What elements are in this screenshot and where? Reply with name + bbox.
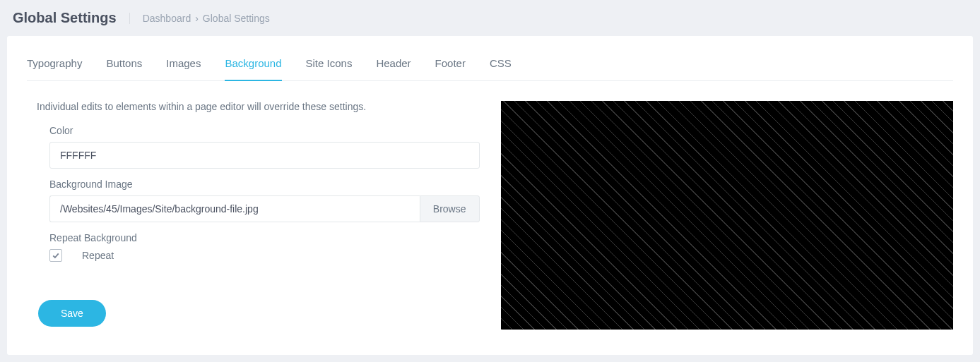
tab-css[interactable]: CSS bbox=[490, 53, 512, 80]
breadcrumb-separator-icon: › bbox=[195, 13, 199, 24]
tab-buttons[interactable]: Buttons bbox=[106, 53, 142, 80]
settings-panel: Typography Buttons Images Background Sit… bbox=[7, 36, 973, 355]
tab-typography[interactable]: Typography bbox=[27, 53, 82, 80]
tab-images[interactable]: Images bbox=[166, 53, 201, 80]
bgimage-input-group: Browse bbox=[49, 195, 480, 222]
breadcrumb: Dashboard › Global Settings bbox=[129, 13, 270, 24]
save-button[interactable]: Save bbox=[38, 300, 106, 327]
form-column: Individual edits to elements within a pa… bbox=[27, 101, 480, 330]
repeat-section-label: Repeat Background bbox=[49, 232, 480, 243]
tab-background[interactable]: Background bbox=[225, 53, 281, 80]
breadcrumb-current: Global Settings bbox=[203, 13, 270, 24]
browse-button[interactable]: Browse bbox=[420, 195, 480, 222]
tab-content: Individual edits to elements within a pa… bbox=[27, 81, 953, 330]
tabs: Typography Buttons Images Background Sit… bbox=[27, 53, 953, 81]
bgimage-input[interactable] bbox=[49, 195, 420, 222]
repeat-checkbox[interactable] bbox=[49, 249, 62, 262]
page-title: Global Settings bbox=[13, 10, 129, 26]
tab-header[interactable]: Header bbox=[376, 53, 411, 80]
color-label: Color bbox=[49, 125, 480, 136]
bgimage-group: Background Image Browse bbox=[49, 179, 480, 222]
color-input[interactable] bbox=[49, 142, 480, 169]
override-note: Individual edits to elements within a pa… bbox=[27, 101, 480, 112]
repeat-checkbox-label: Repeat bbox=[82, 250, 114, 261]
breadcrumb-root[interactable]: Dashboard bbox=[143, 13, 191, 24]
repeat-group: Repeat Background Repeat bbox=[49, 232, 480, 262]
bgimage-label: Background Image bbox=[49, 179, 480, 190]
repeat-row: Repeat bbox=[49, 249, 480, 262]
page-header: Global Settings Dashboard › Global Setti… bbox=[0, 0, 980, 36]
checkmark-icon bbox=[52, 251, 60, 260]
background-preview bbox=[501, 101, 954, 330]
tab-site-icons[interactable]: Site Icons bbox=[306, 53, 353, 80]
color-group: Color bbox=[49, 125, 480, 169]
tab-footer[interactable]: Footer bbox=[435, 53, 466, 80]
